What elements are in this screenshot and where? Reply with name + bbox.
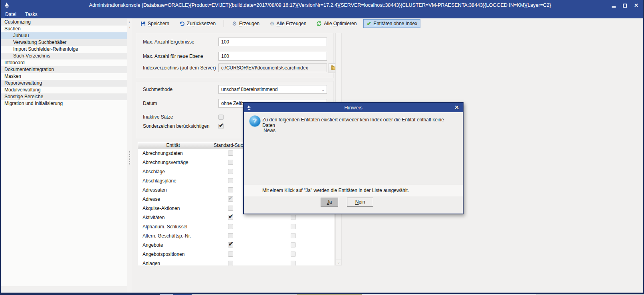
third-column-checkbox[interactable] [291, 215, 296, 220]
standard-suche-cell [208, 251, 254, 257]
sidebar-item[interactable]: Migration und Initialisierung [1, 100, 127, 107]
third-column-checkbox[interactable] [291, 261, 296, 265]
erzeugen-button[interactable]: ⚙ Erzeugen [229, 19, 263, 28]
sidebar-item[interactable]: Verwaltung Suchbehälter [1, 39, 127, 46]
standard-suche-checkbox[interactable]: ✔ [228, 196, 233, 202]
label-post: ücksetzen [194, 21, 216, 26]
scroll-down-icon[interactable]: ⌄ [335, 259, 342, 265]
table-row: Angebotspositionen [138, 249, 334, 259]
entity-label: Abschläge [138, 169, 208, 174]
button-label: Erzeugen [239, 21, 260, 26]
collapse-left-icon[interactable]: ‹ [127, 20, 132, 25]
standard-suche-checkbox[interactable]: ✔ [228, 242, 233, 247]
dialog-close-icon[interactable]: ✕ [454, 104, 459, 111]
gear-icon: ⚙ [269, 21, 275, 26]
collapse-right-icon[interactable]: › [127, 25, 132, 30]
entitaeten-ohne-index-button[interactable]: ✔ Entitäten ohne Index [363, 19, 420, 28]
maximize-icon[interactable] [623, 4, 627, 8]
third-column-checkbox[interactable] [291, 224, 296, 229]
sidebar-item[interactable]: Reportverwaltung [1, 80, 127, 87]
sidebar-item[interactable]: Masken [1, 73, 127, 80]
sonderzeichen-checkbox[interactable]: ✔ [218, 124, 224, 129]
sidebar-item[interactable]: Such-Verzeichnis [1, 53, 127, 59]
sidebar-item[interactable]: Customizing [1, 19, 127, 26]
check-glyph: ✔ [228, 196, 232, 201]
label-pre: Enti [373, 21, 382, 26]
entity-label: Adressaten [138, 187, 208, 193]
standard-suche-checkbox[interactable] [228, 187, 233, 192]
menu-bar: Datei Tasks [0, 10, 644, 18]
dialog-titlebar[interactable]: Hinweis ✕ [244, 103, 463, 112]
speichern-button[interactable]: Speichern [137, 19, 172, 28]
third-column-cell [254, 215, 333, 220]
close-icon[interactable]: ✕ [634, 3, 638, 8]
menu-item-datei[interactable]: Datei [5, 12, 16, 17]
nein-button[interactable]: Nein [347, 198, 373, 207]
sidebar: CustomizingSuchenJuhuuuVerwaltung Suchbe… [1, 19, 127, 286]
optimize-refresh-icon [316, 21, 322, 26]
sidebar-item[interactable]: Juhuuu [1, 32, 127, 39]
check-glyph: ✔ [228, 240, 234, 247]
ja-button[interactable]: Ja [321, 198, 338, 207]
label-mnemonic: S [148, 21, 151, 26]
third-column-checkbox[interactable] [291, 242, 296, 247]
label-post: lle Erzeugen [280, 21, 307, 26]
zuruecksetzen-button[interactable]: Zurücksetzen [176, 19, 219, 28]
button-label: Zurücksetzen [187, 21, 216, 26]
window-titlebar[interactable]: Administrationskonsole {Database=ORACLE}… [0, 0, 644, 10]
label-post: peichern [151, 21, 169, 26]
max-ergebnisse-label: Max. Anzahl Ergebnisse [143, 38, 194, 46]
entity-label: Anlagen [138, 261, 208, 266]
menu-item-tasks[interactable]: Tasks [25, 12, 38, 17]
entity-label: Abrechnungsverträge [138, 160, 208, 165]
selected-value: unscharf übereinstimmend [221, 87, 277, 92]
gear-icon: ⚙ [232, 21, 237, 26]
limits-panel: Max. Anzahl Ergebnisse Max. Anzahl für n… [136, 33, 334, 78]
minimize-icon[interactable] [612, 6, 616, 8]
standard-suche-checkbox[interactable] [228, 169, 233, 174]
standard-suche-checkbox[interactable] [228, 150, 233, 156]
label-post: atei [9, 12, 16, 17]
label-post: ptimieren [337, 21, 357, 26]
entity-label: Abrechnungsdaten [138, 150, 208, 156]
undo-icon [179, 21, 185, 26]
header-entitaet[interactable]: Entität [138, 143, 208, 148]
table-row: Alphanum. Schlüssel [138, 222, 334, 231]
alle-erzeugen-button[interactable]: ⚙ Alle Erzeugen [266, 19, 309, 28]
sidebar-item[interactable]: Sonstige Bereiche [1, 93, 127, 100]
sidebar-item[interactable]: Suchen [1, 26, 127, 32]
sonderzeichen-label: Sonderzeichen berücksichtigen [143, 122, 210, 131]
max-neue-ebene-input[interactable] [218, 52, 327, 61]
sidebar-item[interactable]: Dokumentenintegration [1, 66, 127, 73]
sidebar-splitter[interactable]: ‹ › [127, 18, 132, 293]
sidebar-item[interactable]: Modulverwaltung [1, 87, 127, 93]
standard-suche-checkbox[interactable] [228, 206, 233, 211]
standard-suche-checkbox[interactable] [228, 233, 233, 238]
label-mnemonic: D [5, 12, 9, 17]
save-icon [141, 21, 146, 26]
alle-optimieren-button[interactable]: Alle Optimieren [313, 19, 360, 28]
sidebar-item[interactable]: Infoboard [1, 59, 127, 66]
suchmethode-select[interactable]: unscharf übereinstimmend ⌄ [218, 85, 327, 94]
dialog-message: Zu den folgenden Entitäten existiert ent… [262, 117, 458, 128]
bottom-edge [0, 293, 644, 295]
third-column-checkbox[interactable] [291, 233, 296, 238]
standard-suche-checkbox[interactable] [228, 251, 233, 257]
button-label: Entitäten ohne Index [373, 21, 417, 26]
max-ergebnisse-input[interactable] [218, 38, 327, 46]
indexverzeichnis-input[interactable] [218, 63, 327, 72]
standard-suche-checkbox[interactable] [228, 261, 233, 265]
standard-suche-checkbox[interactable]: ✔ [228, 215, 233, 220]
application-window: Administrationskonsole {Database=ORACLE}… [0, 0, 644, 295]
sidebar-item[interactable]: Import Suchfelder-Reihenfolge [1, 46, 127, 53]
inaktive-saetze-checkbox[interactable] [218, 115, 224, 120]
standard-suche-checkbox[interactable] [228, 178, 233, 183]
table-row: Altern. Geschäftsp.-Nr. [138, 231, 334, 240]
standard-suche-cell [208, 261, 254, 265]
label-mnemonic: O [333, 21, 337, 26]
standard-suche-checkbox[interactable] [228, 224, 233, 229]
suchmethode-label: Suchmethode [143, 85, 172, 94]
standard-suche-checkbox[interactable] [228, 160, 233, 165]
third-column-checkbox[interactable] [291, 251, 296, 257]
splitter-grip-icon[interactable] [129, 151, 130, 166]
